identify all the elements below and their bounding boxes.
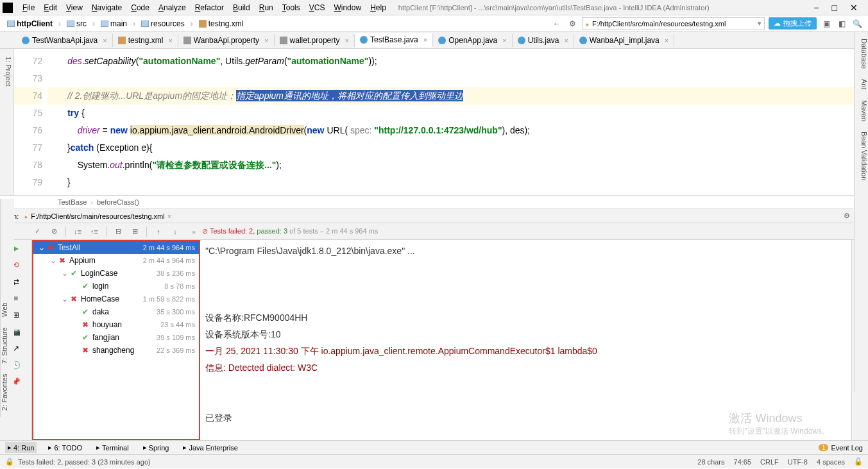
bottom-tab-6-TODO[interactable]: ▸6: TODO <box>46 442 85 453</box>
close-run-tab[interactable]: × <box>167 212 171 220</box>
database-tab[interactable]: Database <box>855 38 868 69</box>
tab-WanbaApi.property[interactable]: WanbaApi.property× <box>178 34 275 47</box>
back-icon[interactable]: ← <box>551 18 563 30</box>
bottom-tab-Terminal[interactable]: ▸Terminal <box>94 442 132 453</box>
check-icon[interactable]: ✓ <box>32 226 42 237</box>
bottom-tab-Java-Enterprise[interactable]: ▸Java Enterprise <box>180 442 240 453</box>
favorites-tab[interactable]: 2: Favorites <box>1 374 14 411</box>
menu-tools[interactable]: Tools <box>278 3 305 12</box>
expand-icon[interactable]: ⌄ <box>60 294 69 303</box>
build-icon[interactable] <box>566 18 578 30</box>
up-icon[interactable]: ↑ <box>153 226 164 237</box>
status-indent[interactable]: 4 spaces <box>817 458 845 466</box>
event-log-tab[interactable]: 1 Event Log <box>819 444 863 452</box>
expand-icon[interactable]: ⌄ <box>49 256 58 265</box>
web-tab[interactable]: Web <box>1 302 14 316</box>
crumb-method[interactable]: beforeClass() <box>97 198 139 206</box>
crumb-src[interactable]: src <box>65 19 89 29</box>
menu-help[interactable]: Help <box>366 3 391 12</box>
upload-button[interactable]: ☁ 拖拽上传 <box>769 17 817 30</box>
tool-icon-2[interactable]: ◧ <box>836 18 847 30</box>
tab-TestWanbaApi.java[interactable]: TestWanbaApi.java× <box>17 34 113 47</box>
expand-icon[interactable]: ⌄ <box>60 269 69 278</box>
crumb-resources[interactable]: resources <box>139 19 187 29</box>
bean-validation-tab[interactable]: Bean Validation <box>855 132 868 180</box>
sort-icon-2[interactable]: ↑≡ <box>89 226 99 237</box>
test-node-TestAll[interactable]: ⌄✖TestAll2 m 44 s 964 ms <box>33 241 199 254</box>
close-tab-icon[interactable]: × <box>345 37 349 44</box>
crumb-main[interactable]: main <box>99 19 129 29</box>
collapse-icon[interactable]: ⊞ <box>130 226 140 237</box>
down-icon[interactable]: ↓ <box>170 226 180 237</box>
minimize-button[interactable]: − <box>813 3 819 13</box>
tab-TestBase.java[interactable]: TestBase.java× <box>355 33 433 47</box>
close-tab-icon[interactable]: × <box>168 37 172 44</box>
run-settings-icon[interactable]: ⚙ <box>841 210 853 222</box>
test-node-houyuan[interactable]: ✖houyuan23 s 44 ms <box>33 318 199 331</box>
ant-tab[interactable]: Ant <box>855 79 868 90</box>
expand-icon[interactable]: ⊟ <box>113 226 123 237</box>
test-node-HomeCase[interactable]: ⌄✖HomeCase1 m 59 s 822 ms <box>33 293 199 305</box>
bottom-tab-Spring[interactable]: ▸Spring <box>140 442 172 453</box>
tool-icon-1[interactable]: ▣ <box>821 18 832 30</box>
run-config-dropdown[interactable]: ⬥ F:/httpClient/src/main/resources/testn… <box>582 17 765 30</box>
menu-window[interactable]: Window <box>329 3 366 12</box>
disable-icon[interactable]: ⊘ <box>49 226 59 237</box>
menu-build[interactable]: Build <box>228 3 255 12</box>
status-position[interactable]: 74:65 <box>734 458 752 466</box>
menu-vcs[interactable]: VCS <box>305 3 330 12</box>
maximize-button[interactable]: □ <box>832 3 837 13</box>
tab-testng.xml[interactable]: testng.xml× <box>113 34 178 47</box>
tab-wallet.property[interactable]: wallet.property× <box>275 34 355 47</box>
crumb-httpClient[interactable]: httpClient <box>5 19 55 29</box>
maven-tab[interactable]: Maven <box>855 100 868 121</box>
close-tab-icon[interactable]: × <box>423 36 427 44</box>
project-tool-tab[interactable]: 1: Project <box>4 54 12 190</box>
test-tree[interactable]: ⌄✖TestAll2 m 44 s 964 ms⌄✖Appium2 m 44 s… <box>32 240 200 440</box>
test-node-shangcheng[interactable]: ✖shangcheng22 s 369 ms <box>33 344 199 357</box>
left-tool-window-bar: 1: Project <box>0 49 14 195</box>
search-icon[interactable]: 🔍 <box>851 18 863 30</box>
xml-file-icon <box>199 20 207 28</box>
close-tab-icon[interactable]: × <box>665 37 668 44</box>
folder-icon <box>7 21 15 27</box>
menu-navigate[interactable]: Navigate <box>87 3 126 12</box>
menu-file[interactable]: File <box>18 3 39 12</box>
structure-tab[interactable]: 7: Structure <box>1 327 14 364</box>
tab-WanbaApi_impl.java[interactable]: WanbaApi_impl.java× <box>574 34 674 47</box>
menu-view[interactable]: View <box>62 3 87 12</box>
close-tab-icon[interactable]: × <box>103 37 106 44</box>
status-encoding[interactable]: UTF-8 <box>788 458 808 466</box>
crumb-testng.xml[interactable]: testng.xml <box>197 19 246 29</box>
console-output[interactable]: "C:\Program Files\Java\jdk1.8.0_212\bin\… <box>200 240 851 440</box>
run-tool-window: Run: ⬥ F:/httpClient/src/main/resources/… <box>0 209 868 440</box>
bottom-tab-4-Run[interactable]: ▸4: Run <box>5 442 37 453</box>
test-node-Appium[interactable]: ⌄✖Appium2 m 44 s 964 ms <box>33 254 199 267</box>
sort-icon[interactable]: ↓≡ <box>72 226 83 237</box>
test-node-LoginCase[interactable]: ⌄✔LoginCase38 s 236 ms <box>33 267 199 280</box>
menu-refactor[interactable]: Refactor <box>191 3 228 12</box>
folder-icon <box>141 21 149 27</box>
menu-code[interactable]: Code <box>126 3 154 12</box>
code-editor[interactable]: 7273747576777879 des.setCapability("auto… <box>14 49 854 195</box>
tab-OpenApp.java[interactable]: OpenApp.java× <box>433 34 513 47</box>
menu-edit[interactable]: Edit <box>39 3 62 12</box>
expand-icon[interactable]: ⌄ <box>37 243 46 252</box>
tab-Utils.java[interactable]: Utils.java× <box>513 34 574 47</box>
close-button[interactable]: ✕ <box>850 3 858 13</box>
java-file-icon <box>518 37 525 44</box>
test-node-fangjian[interactable]: ✔fangjian39 s 109 ms <box>33 331 199 344</box>
menu-analyze[interactable]: Analyze <box>154 3 191 12</box>
test-node-daka[interactable]: ✔daka35 s 300 ms <box>33 305 199 318</box>
close-tab-icon[interactable]: × <box>502 37 506 44</box>
status-eol[interactable]: CRLF <box>760 458 779 466</box>
menu-run[interactable]: Run <box>255 3 278 12</box>
status-message: Tests failed: 2, passed: 3 (23 minutes a… <box>18 458 151 466</box>
code-area[interactable]: des.setCapability("automationName", Util… <box>47 49 854 195</box>
status-lock-icon[interactable]: 🔓 <box>854 457 863 466</box>
close-tab-icon[interactable]: × <box>264 37 268 44</box>
fail-icon: ✖ <box>46 243 55 252</box>
test-node-login[interactable]: ✔login8 s 78 ms <box>33 280 199 293</box>
crumb-class[interactable]: TestBase <box>58 198 87 206</box>
close-tab-icon[interactable]: × <box>564 37 568 44</box>
